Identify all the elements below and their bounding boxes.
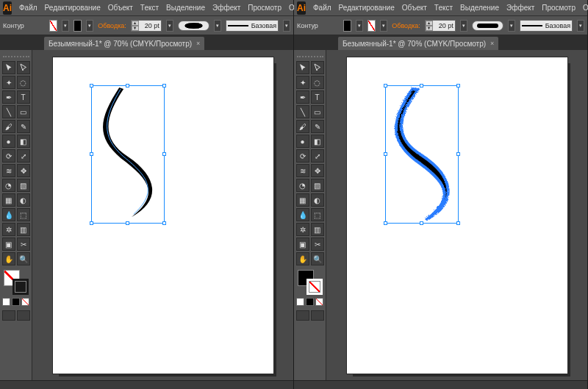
blend-tool[interactable]: ⬚ <box>311 208 324 221</box>
stepper-down[interactable]: ▾ <box>132 26 139 31</box>
gradient-tool[interactable]: ◐ <box>17 193 30 207</box>
color-mode-none[interactable] <box>315 298 323 306</box>
stroke-label[interactable]: Обводка: <box>392 22 420 29</box>
selection-tool[interactable] <box>296 61 309 74</box>
fill-swatch[interactable] <box>49 20 57 32</box>
gradient-tool[interactable]: ◐ <box>311 193 324 207</box>
color-mode-solid[interactable] <box>296 298 304 306</box>
blob-brush-tool[interactable]: ● <box>2 135 15 148</box>
color-mode-solid[interactable] <box>2 298 10 306</box>
pencil-tool[interactable]: ✎ <box>17 120 30 133</box>
type-tool[interactable]: T <box>17 90 30 104</box>
width-tool[interactable]: ≋ <box>2 164 15 177</box>
magic-wand-tool[interactable]: ✦ <box>2 76 15 89</box>
stroke-indicator[interactable] <box>306 279 323 295</box>
artboard-tool[interactable]: ▣ <box>2 238 15 251</box>
panel-grip[interactable] <box>3 56 29 60</box>
handle-bm[interactable] <box>126 221 129 225</box>
rotate-tool[interactable]: ⟳ <box>2 149 15 163</box>
graph-tool[interactable]: ▥ <box>311 223 324 236</box>
close-icon[interactable]: × <box>196 40 200 47</box>
style-select[interactable]: Базовая <box>226 20 279 32</box>
blend-tool[interactable]: ⬚ <box>17 208 30 221</box>
path-shape[interactable] <box>92 86 164 221</box>
stroke-weight-field[interactable]: ▴▾ <box>131 20 162 32</box>
close-icon[interactable]: × <box>490 40 494 47</box>
shape-builder-tool[interactable]: ◔ <box>296 179 309 192</box>
eraser-tool[interactable]: ◧ <box>17 135 30 148</box>
direct-selection-tool[interactable] <box>17 61 30 74</box>
handle-bl[interactable] <box>384 221 387 225</box>
style-dropdown[interactable] <box>577 20 584 32</box>
stroke-weight-input[interactable] <box>139 22 161 29</box>
width-tool[interactable]: ≋ <box>296 164 309 177</box>
pen-tool[interactable]: ✒ <box>2 90 15 104</box>
rectangle-tool[interactable]: ▭ <box>311 105 324 118</box>
mesh-tool[interactable]: ▦ <box>296 193 309 207</box>
path-shape[interactable] <box>386 86 458 221</box>
stroke-indicator[interactable] <box>12 279 29 295</box>
fill-dropdown[interactable] <box>356 20 363 32</box>
line-tool[interactable]: ╲ <box>2 105 15 118</box>
screen-mode-full[interactable] <box>311 310 324 321</box>
style-dropdown[interactable] <box>283 20 290 32</box>
panel-grip[interactable] <box>297 56 323 60</box>
direct-selection-tool[interactable] <box>311 61 324 74</box>
scale-tool[interactable]: ⤢ <box>311 149 324 163</box>
stroke-weight-input[interactable] <box>433 22 455 29</box>
document-tab[interactable]: Безымянный-1* @ 70% (CMYK/Просмотр) × <box>44 37 204 50</box>
perspective-tool[interactable]: ▧ <box>311 179 324 192</box>
hand-tool[interactable]: ✋ <box>2 252 15 265</box>
selection-tool[interactable] <box>2 61 15 74</box>
handle-bm[interactable] <box>420 221 423 225</box>
fill-stroke-indicator[interactable] <box>4 270 29 295</box>
scale-tool[interactable]: ⤢ <box>17 149 30 163</box>
menu-select[interactable]: Выделение <box>460 4 499 12</box>
menu-view[interactable]: Просмотр <box>542 4 576 12</box>
graph-tool[interactable]: ▥ <box>17 223 30 236</box>
hand-tool[interactable]: ✋ <box>296 252 309 265</box>
brush-tool[interactable]: 🖌 <box>296 120 309 133</box>
menu-object[interactable]: Объект <box>108 4 133 12</box>
eyedropper-tool[interactable]: 💧 <box>2 208 15 221</box>
style-select[interactable]: Базовая <box>520 20 573 32</box>
type-tool[interactable]: T <box>311 90 324 104</box>
eraser-tool[interactable]: ◧ <box>311 135 324 148</box>
perspective-tool[interactable]: ▧ <box>17 179 30 192</box>
free-transform-tool[interactable]: ✥ <box>311 164 324 177</box>
stroke-swatch[interactable] <box>368 20 376 32</box>
stroke-weight-dropdown[interactable] <box>460 20 467 32</box>
mesh-tool[interactable]: ▦ <box>2 193 15 207</box>
rotate-tool[interactable]: ⟳ <box>296 149 309 163</box>
shape-builder-tool[interactable]: ◔ <box>2 179 15 192</box>
magic-wand-tool[interactable]: ✦ <box>296 76 309 89</box>
lasso-tool[interactable]: ◌ <box>17 76 30 89</box>
menu-object[interactable]: Объект <box>402 4 427 12</box>
fill-swatch[interactable] <box>343 20 351 32</box>
stroke-dropdown[interactable] <box>380 20 387 32</box>
line-tool[interactable]: ╲ <box>296 105 309 118</box>
color-mode-none[interactable] <box>21 298 29 306</box>
slice-tool[interactable]: ✂ <box>17 238 30 251</box>
canvas-area-left[interactable] <box>32 50 293 380</box>
fill-stroke-indicator[interactable] <box>298 270 323 295</box>
menu-effect[interactable]: Эффект <box>506 4 534 12</box>
menu-edit[interactable]: Редактирование <box>45 4 101 12</box>
rectangle-tool[interactable]: ▭ <box>17 105 30 118</box>
stepper-up[interactable]: ▴ <box>426 21 433 26</box>
screen-mode-normal[interactable] <box>296 310 309 321</box>
selection-bounding-box[interactable] <box>91 85 165 224</box>
eyedropper-tool[interactable]: 💧 <box>296 208 309 221</box>
stroke-dropdown[interactable] <box>86 20 93 32</box>
menu-effect[interactable]: Эффект <box>212 4 240 12</box>
blob-brush-tool[interactable]: ● <box>296 135 309 148</box>
color-mode-gradient[interactable] <box>12 298 20 306</box>
pen-tool[interactable]: ✒ <box>296 90 309 104</box>
brush-tool[interactable]: 🖌 <box>2 120 15 133</box>
stepper-down[interactable]: ▾ <box>426 26 433 31</box>
menu-text[interactable]: Текст <box>434 4 453 12</box>
handle-br[interactable] <box>456 221 460 225</box>
menu-window[interactable]: Окно <box>583 4 588 12</box>
selection-bounding-box[interactable] <box>385 85 459 224</box>
screen-mode-full[interactable] <box>17 310 30 321</box>
